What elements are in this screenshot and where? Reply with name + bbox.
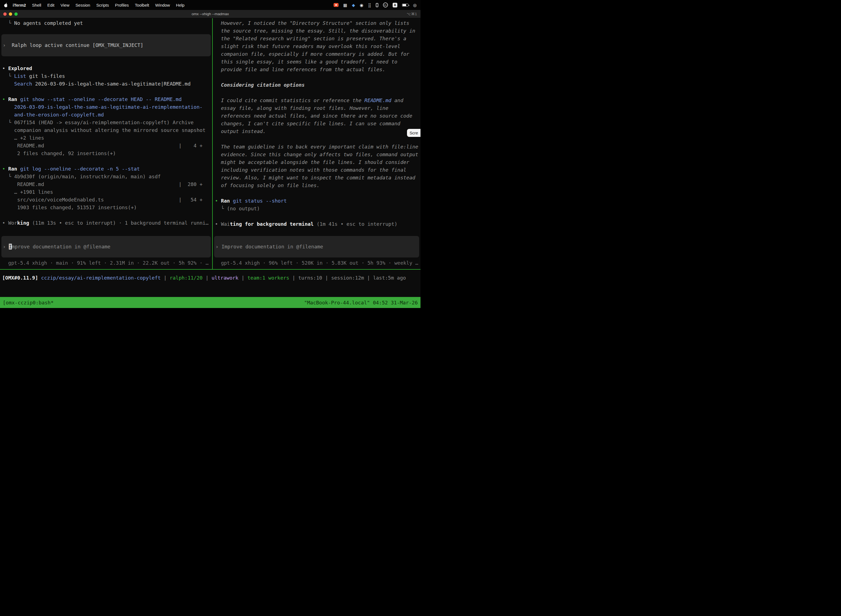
text-segment: 1903 files changed, 513517 insertions(+) — [2, 204, 137, 210]
text-segment: [OMX#0.11.9] — [2, 275, 38, 281]
text-segment: git status --short — [233, 198, 287, 204]
window-title: omx --xhigh --madmax — [0, 12, 420, 16]
menu-session[interactable]: Session — [73, 3, 93, 7]
text-segment: The team guideline is to back every impo… — [215, 144, 418, 150]
command-input-right[interactable]: › Improve documentation in @filename — [214, 236, 419, 258]
text-segment: • — [215, 198, 221, 204]
text-segment: king — [17, 220, 29, 226]
terminal-line: • Waiting for background terminal (1m 41… — [213, 220, 420, 228]
text-segment: including verification notes with those … — [215, 167, 406, 173]
command-input-left-line: › Improve documentation in @filename — [1, 243, 110, 251]
text-segment: Wor — [8, 220, 18, 226]
menu-shell[interactable]: Shell — [29, 3, 44, 7]
text-segment: | — [364, 275, 373, 281]
menu-help[interactable]: Help — [173, 3, 188, 7]
menu-toolbelt[interactable]: Toolbelt — [132, 3, 152, 7]
terminal-line: essay file, along with finding root file… — [213, 104, 420, 112]
text-segment: | — [238, 275, 248, 281]
text-segment: mprove documentation in @filename — [12, 244, 111, 249]
text-segment: cczip/essay/ai-reimplementation-copyleft — [41, 275, 161, 281]
battery-icon[interactable] — [402, 4, 408, 7]
menu-scripts[interactable]: Scripts — [93, 3, 112, 7]
screen-recording-indicator[interactable] — [334, 3, 338, 7]
text-segment: ting for background terminal — [230, 221, 314, 227]
text-segment: team:1 workers — [248, 275, 289, 281]
input-source-icon[interactable]: A — [393, 3, 397, 7]
terminal-line: companion analysis without altering the … — [0, 126, 212, 134]
keyboard-viewer-icon[interactable]: ▦ — [343, 3, 347, 7]
text-segment: output instead. — [215, 128, 266, 134]
phone-mirroring-icon[interactable] — [376, 3, 378, 7]
terminal-line: provide file and line references from th… — [213, 66, 420, 73]
terminal-line: review. Also, I might want to inspect th… — [213, 174, 420, 182]
docker-icon[interactable]: ◆ — [352, 3, 355, 7]
text-segment: | — [322, 275, 331, 281]
utility-app-icon[interactable]: ◉ — [360, 3, 363, 7]
text-segment: 2026-03-09-is-legal-the-same-as-legitima… — [2, 104, 202, 110]
menu-edit[interactable]: Edit — [44, 3, 57, 7]
zoom-button[interactable] — [14, 12, 18, 16]
minimize-button[interactable] — [9, 12, 12, 16]
text-segment — [2, 81, 14, 87]
terminal-line: • Working (11m 13s • esc to interrupt) ·… — [0, 219, 212, 227]
text-segment: └ 067f154 (HEAD -> essay/ai-reimplementa… — [2, 119, 194, 125]
text-segment: gpt-5.4 xhigh · 96% left · 520K in · 5.8… — [215, 260, 418, 266]
text-segment: this single essay, it seems like a good … — [215, 59, 397, 65]
screenshot-button[interactable]: Scre — [407, 129, 420, 137]
text-segment: I could cite commit statistics or refere… — [215, 97, 365, 103]
text-segment: 2026-03-09-is-legal-the-same-as-legitima… — [32, 81, 190, 87]
left-pane[interactable]: └ No agents completed yet› Ralph loop ac… — [0, 18, 212, 269]
left-pane-transcript: └ No agents completed yet› Ralph loop ac… — [0, 18, 212, 227]
text-segment: provide file and line references from th… — [215, 66, 385, 72]
terminal-line: • Ran git status --short — [213, 197, 420, 205]
terminal-line: └ 4b9d30f (origin/main, instructkr/main,… — [0, 173, 212, 180]
text-segment: last:5m ago — [373, 275, 406, 281]
text-segment — [17, 166, 20, 172]
text-segment: Ran — [8, 166, 18, 172]
apple-logo-icon[interactable] — [4, 3, 8, 7]
menu-iterm2[interactable]: iTerm2 — [10, 3, 29, 7]
terminal-line: and-the-erosion-of-copyleft.md — [0, 111, 212, 119]
text-segment: Wai — [221, 221, 230, 227]
terminal: └ No agents completed yet› Ralph loop ac… — [0, 18, 420, 308]
text-segment: Considering citation options — [215, 82, 305, 88]
text-segment: session:12m — [331, 275, 364, 281]
terminal-line: output instead. — [213, 128, 420, 135]
text-segment: (1m 41s • esc to interrupt) — [314, 221, 397, 227]
text-segment: └ 4b9d30f (origin/main, instructkr/main,… — [2, 174, 161, 179]
text-segment: and-the-erosion-of-copyleft.md — [2, 112, 104, 117]
text-segment: of focusing solely on file lines. — [215, 182, 319, 188]
right-model-status-line: gpt-5.4 xhigh · 96% left · 520K in · 5.8… — [213, 259, 420, 267]
window-title-bar[interactable]: omx --xhigh --madmax ⌥⌘1 — [0, 10, 420, 18]
menu-view[interactable]: View — [57, 3, 72, 7]
terminal-line: └ (no output) — [213, 205, 420, 213]
right-pane[interactable]: However, I noticed the "Directory Struct… — [213, 18, 420, 269]
text-segment: › — [3, 42, 12, 48]
text-segment: the "Related research writing" section i… — [215, 35, 406, 41]
text-segment: git show --stat --oneline --decorate HEA… — [20, 96, 182, 102]
text-segment: ultrawork — [212, 275, 239, 281]
text-segment: turns:10 — [298, 275, 322, 281]
terminal-line: The team guideline is to back every impo… — [213, 143, 420, 151]
menu-profiles[interactable]: Profiles — [112, 3, 132, 7]
text-segment: src/voice/voiceModeEnabled.ts | 54 + — [2, 197, 202, 202]
terminal-line: └ List git ls-files — [0, 72, 212, 80]
text-segment: essay file, along with finding root file… — [215, 105, 388, 111]
battery-gauge-icon[interactable]: 61 — [383, 3, 388, 7]
text-segment: README.md | 280 + — [2, 181, 202, 187]
bottom-pane-divider — [0, 269, 420, 270]
tmux-status-bar: [omx-cczip0:bash* "MacBook-Pro-44.local"… — [0, 297, 420, 308]
text-segment: (11m 13s • esc to interrupt) · 1 backgro… — [29, 220, 209, 226]
control-center-icon[interactable]: ◎ — [413, 3, 417, 7]
terminal-line: Considering citation options — [213, 81, 420, 89]
terminal-line: README.md | 4 + — [0, 142, 212, 150]
terminal-line: However, I noticed the "Directory Struct… — [213, 19, 420, 27]
text-segment: • — [2, 65, 8, 71]
text-segment: companion analysis without altering the … — [2, 127, 205, 133]
app-grid-icon[interactable]: ⣿ — [368, 3, 371, 7]
close-button[interactable] — [3, 12, 7, 16]
text-segment: Ran — [221, 198, 230, 204]
command-input-left[interactable]: › Improve documentation in @filename — [1, 236, 211, 258]
menu-window[interactable]: Window — [152, 3, 173, 7]
text-segment: might be acceptable alongside the file l… — [215, 159, 409, 165]
